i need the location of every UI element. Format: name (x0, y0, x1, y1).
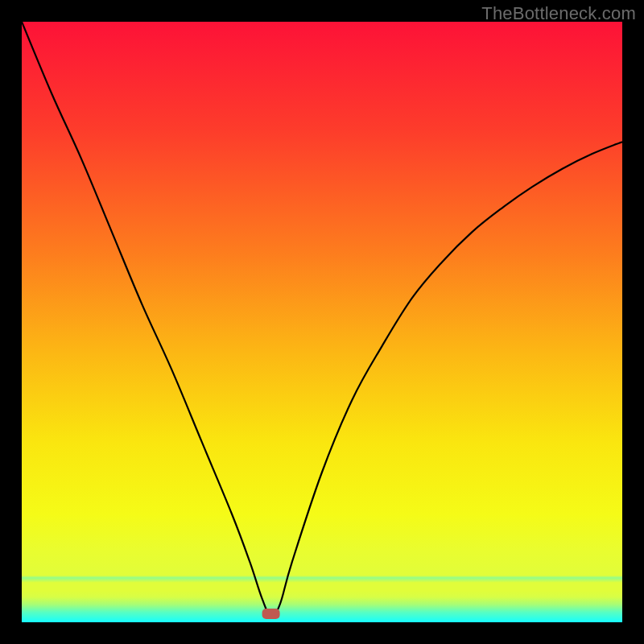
chart-plot (22, 22, 622, 622)
gradient-background (22, 22, 622, 622)
optimal-marker (262, 609, 280, 619)
watermark-text: TheBottleneck.com (481, 3, 636, 24)
chart-frame (22, 22, 622, 622)
